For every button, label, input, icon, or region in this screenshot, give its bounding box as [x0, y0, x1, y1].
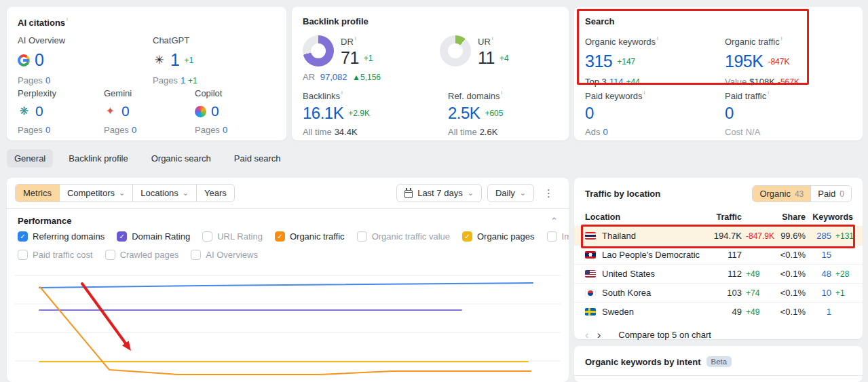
- chevron-down-icon: ⌄: [119, 189, 125, 197]
- location-row-la[interactable]: Lao People's Democratic Rep117<0.1%15: [574, 245, 863, 264]
- tab-general[interactable]: General: [7, 149, 53, 168]
- checkbox-icon[interactable]: [547, 231, 557, 242]
- dr-delta: +1: [364, 54, 373, 63]
- checkbox-icon[interactable]: [202, 231, 212, 242]
- tab-backlink-profile[interactable]: Backlink profile: [61, 149, 135, 168]
- organic-keywords-value[interactable]: 315: [585, 52, 612, 71]
- location-name: South Korea: [585, 288, 700, 298]
- backlinks-value[interactable]: 16.1K: [303, 104, 343, 123]
- checkbox-icon[interactable]: [191, 250, 201, 260]
- checkbox-icon[interactable]: ✓: [275, 231, 285, 242]
- traffic-value: 112: [700, 269, 742, 279]
- metric-checkbox-paid-traffic-cost[interactable]: Paid traffic cost: [18, 250, 93, 260]
- compare-top5-link[interactable]: Compare top 5 on chart: [618, 330, 711, 340]
- info-icon[interactable]: i: [355, 35, 356, 41]
- value-amount: $108K: [749, 77, 775, 87]
- location-name: Lao People's Democratic Rep: [585, 250, 700, 260]
- tab-paid-search[interactable]: Paid search: [227, 149, 288, 168]
- organic-keywords-label: Organic keywords: [585, 37, 656, 47]
- info-icon[interactable]: i: [768, 90, 769, 96]
- alltime-value: 34.4K: [335, 127, 358, 137]
- traffic-delta: -847.9K: [742, 231, 774, 241]
- keywords-value[interactable]: 48: [806, 269, 831, 279]
- ads-value[interactable]: 0: [603, 127, 607, 137]
- competitors-filter-button[interactable]: Competitors⌄: [60, 185, 133, 202]
- more-options-kebab-icon[interactable]: ⋮: [540, 187, 558, 199]
- metric-checkbox-url-rating[interactable]: URL Rating: [202, 231, 263, 242]
- share-value: <0.1%: [774, 269, 806, 279]
- ai-citations-card: AI citationsi AI Overview 0 Pages0 ChatG…: [7, 7, 286, 140]
- checkbox-icon[interactable]: [18, 250, 28, 260]
- location-row-th[interactable]: Thailand194.7K-847.9K99.6%285+131: [574, 226, 863, 245]
- info-icon[interactable]: i: [67, 16, 68, 22]
- ur-label: UR: [478, 37, 491, 47]
- info-icon[interactable]: i: [492, 35, 493, 41]
- toggle-organic[interactable]: Organic43: [753, 186, 811, 202]
- info-icon[interactable]: i: [341, 90, 343, 96]
- info-icon[interactable]: i: [502, 90, 503, 96]
- years-filter-button[interactable]: Years: [197, 185, 234, 202]
- metric-checkbox-organic-traffic[interactable]: ✓Organic traffic: [275, 231, 345, 242]
- granularity-button[interactable]: Daily⌄: [487, 184, 534, 202]
- checkbox-icon[interactable]: [105, 250, 115, 260]
- locations-filter-button[interactable]: Locations⌄: [133, 185, 197, 202]
- toggle-paid[interactable]: Paid0: [811, 186, 851, 202]
- info-icon[interactable]: i: [657, 35, 658, 41]
- perplexity-value: 0: [35, 103, 43, 119]
- traffic-delta: +74: [742, 288, 774, 298]
- performance-chart[interactable]: [7, 263, 569, 382]
- paid-traffic-value: 0: [725, 104, 734, 123]
- checkbox-icon[interactable]: [357, 231, 367, 242]
- pages-value[interactable]: 1: [181, 75, 185, 85]
- ar-value[interactable]: 97,082: [320, 72, 347, 82]
- chevron-down-icon: ⌄: [520, 189, 526, 197]
- location-row-us[interactable]: United States112+49<0.1%48+28: [574, 264, 863, 283]
- tab-organic-search[interactable]: Organic search: [144, 149, 219, 168]
- pages-value[interactable]: 0: [223, 125, 227, 135]
- pages-value[interactable]: 0: [45, 75, 50, 85]
- metric-checkbox-impressions[interactable]: Impressions: [547, 231, 569, 242]
- checkbox-icon[interactable]: ✓: [117, 231, 127, 242]
- traffic-delta: +49: [742, 269, 774, 279]
- checkbox-icon[interactable]: ✓: [18, 231, 28, 242]
- collapse-chevron-up-icon[interactable]: ⌃: [550, 216, 558, 226]
- metric-checkbox-crawled-pages[interactable]: Crawled pages: [105, 250, 179, 260]
- ref-domains-value[interactable]: 2.5K: [448, 104, 480, 123]
- organic-traffic-value[interactable]: 195K: [725, 52, 763, 71]
- copilot-icon: [195, 106, 206, 117]
- header-share[interactable]: Share: [774, 212, 806, 222]
- top3-label: Top 3: [585, 77, 607, 87]
- keywords-value[interactable]: 15: [806, 250, 831, 260]
- paid-traffic-label: Paid traffic: [725, 91, 766, 101]
- backlink-profile-card: Backlink profile DRi 71+1 AR 97,082 ▲5,1…: [292, 7, 569, 140]
- keywords-value[interactable]: 10: [806, 288, 831, 298]
- pages-value[interactable]: 0: [45, 125, 50, 135]
- header-location[interactable]: Location: [585, 212, 700, 222]
- pages-value[interactable]: 0: [132, 125, 136, 135]
- traffic-by-location-card: Traffic by location Organic43 Paid0 Loca…: [574, 178, 863, 339]
- location-row-kr[interactable]: South Korea103+74<0.1%10+1: [574, 283, 863, 302]
- location-row-se[interactable]: Sweden49+49<0.1%1: [574, 302, 863, 321]
- pager-prev-icon[interactable]: ‹: [585, 329, 589, 341]
- keywords-value[interactable]: 285: [806, 231, 831, 241]
- checkbox-icon[interactable]: ✓: [462, 231, 472, 242]
- alltime-value: 2.6K: [480, 127, 498, 137]
- metric-checkbox-ai-overviews[interactable]: AI Overviews: [191, 250, 258, 260]
- date-range-button[interactable]: Last 7 days⌄: [396, 184, 482, 202]
- info-icon[interactable]: i: [781, 35, 782, 41]
- keywords-value[interactable]: 1: [806, 307, 831, 317]
- metrics-filter-button[interactable]: Metrics: [16, 185, 60, 202]
- top3-value[interactable]: 114: [609, 77, 624, 87]
- pager-next-icon[interactable]: ›: [597, 329, 601, 341]
- la-flag-icon: [585, 251, 596, 259]
- header-keywords[interactable]: Keywords: [806, 212, 853, 222]
- pages-delta: +1: [188, 76, 197, 85]
- info-icon[interactable]: i: [644, 90, 645, 96]
- share-value: <0.1%: [774, 307, 806, 317]
- keywords-by-intent-card: Organic keywords by intent Beta: [574, 346, 863, 382]
- metric-checkbox-domain-rating[interactable]: ✓Domain Rating: [117, 231, 190, 242]
- metric-checkbox-referring-domains[interactable]: ✓Referring domains: [18, 231, 105, 242]
- header-traffic[interactable]: Traffic: [700, 212, 742, 222]
- metric-checkbox-organic-pages[interactable]: ✓Organic pages: [462, 231, 535, 242]
- metric-checkbox-organic-traffic-value[interactable]: Organic traffic value: [357, 231, 450, 242]
